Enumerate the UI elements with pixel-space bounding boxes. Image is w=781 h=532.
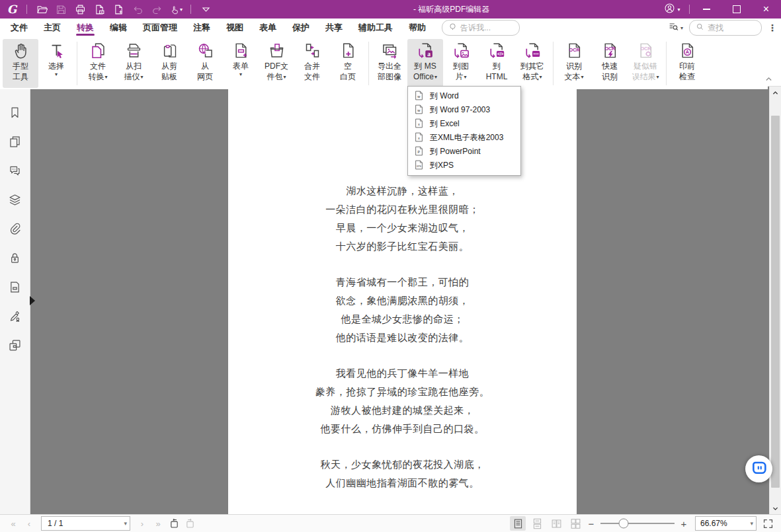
ai-assistant-button[interactable] <box>745 455 772 482</box>
pdf-page[interactable]: 湖水这样沉静，这样蓝，一朵洁白的花闪在秋光里很阴暗；早晨，一个少女来湖边叹气，十… <box>228 88 577 532</box>
facing-view-button[interactable] <box>548 516 564 531</box>
tab-organize[interactable]: 页面管理 <box>135 19 185 37</box>
menu-item-to-word[interactable]: w到 Word <box>408 89 520 103</box>
collapse-ribbon-button[interactable] <box>764 74 773 86</box>
sidebar-panel-attachments-button[interactable] <box>8 222 22 236</box>
from-scanner-button[interactable]: 从扫描仪▾ <box>116 39 151 88</box>
next-view-button[interactable] <box>182 516 198 531</box>
tab-convert[interactable]: 转换 <box>69 19 102 37</box>
open-folder-icon[interactable] <box>35 3 48 16</box>
sidebar-panel-comments-button[interactable] <box>8 164 22 178</box>
tab-view[interactable]: 视图 <box>218 19 251 37</box>
sidebar-panel-bookmarks-button[interactable] <box>8 106 22 120</box>
redo-icon[interactable] <box>150 3 163 16</box>
close-button[interactable]: × <box>751 0 781 19</box>
continuous-facing-view-button[interactable] <box>567 516 583 531</box>
sidebar-panel-form-fields-button[interactable] <box>8 280 22 294</box>
next-page-button[interactable]: › <box>134 519 150 529</box>
to-image-button[interactable]: 到图片▾ <box>443 39 479 88</box>
menu-item-to-excel[interactable]: x到 Excel <box>408 117 520 131</box>
print-icon[interactable] <box>73 3 87 16</box>
to-ms-office-button[interactable]: a到 MSOffice▾ <box>407 39 443 88</box>
find-input[interactable]: 查找 <box>689 20 762 36</box>
scrollbar-thumb[interactable] <box>771 116 780 488</box>
menu-item-to-word-97-2003[interactable]: w到 Word 97-2003 <box>408 103 520 117</box>
previous-page-button[interactable]: ‹ <box>21 519 37 529</box>
advanced-search-button[interactable]: ▾ <box>668 21 683 34</box>
tab-protect[interactable]: 保护 <box>284 19 317 37</box>
minimize-button[interactable] <box>692 0 721 19</box>
sidebar-panel-pages-button[interactable] <box>8 135 22 149</box>
tab-home[interactable]: 主页 <box>36 19 69 37</box>
last-page-button[interactable]: » <box>150 519 166 529</box>
zoom-out-button[interactable]: − <box>587 518 596 529</box>
separator <box>190 5 191 14</box>
undo-icon[interactable] <box>131 3 144 16</box>
sidebar-panel-security-button[interactable] <box>8 251 22 265</box>
tab-comment[interactable]: 注释 <box>185 19 218 37</box>
save-icon[interactable] <box>54 3 67 16</box>
page-number-box[interactable]: 1 / 1 ▾ <box>41 516 130 531</box>
preflight-button[interactable]: A印前检查 <box>669 39 705 88</box>
tab-form[interactable]: 表单 <box>251 19 284 37</box>
zoom-level-box[interactable]: 66.67% ▾ <box>695 516 757 531</box>
scroll-up-button[interactable] <box>770 87 781 98</box>
first-page-button[interactable]: « <box>5 519 21 529</box>
tab-accessibility[interactable]: 辅助工具 <box>350 19 401 37</box>
sidebar-panel-destinations-button[interactable] <box>8 338 22 352</box>
pdf-portfolio-button[interactable]: PDF文件包▾ <box>259 39 294 88</box>
sidebar-panel-layers-button[interactable] <box>8 193 22 207</box>
chevron-down-icon: ▾ <box>680 25 683 31</box>
button-label: 误结果▾ <box>632 71 659 83</box>
more-options-button[interactable]: ⋮ <box>768 22 777 33</box>
customize-toolbar-chevron-icon[interactable] <box>199 3 212 16</box>
select-tool-button[interactable]: 选择▾ <box>38 39 74 88</box>
scroll-down-button[interactable] <box>770 503 781 513</box>
from-web-button[interactable]: 从网页 <box>187 39 223 88</box>
zoom-slider-knob[interactable] <box>618 519 628 529</box>
convert-files-button[interactable]: 文件转换▾ <box>80 39 116 88</box>
hand-pointer-icon[interactable]: ▾ <box>169 3 183 16</box>
vertical-scrollbar[interactable] <box>769 86 781 515</box>
button-label: 识别 <box>602 71 618 82</box>
menu-item-to-xps[interactable]: XPS到XPS <box>408 159 520 172</box>
previous-view-button[interactable] <box>166 516 182 531</box>
account-button[interactable]: ▾ <box>657 0 687 19</box>
menu-item-to-xml-spreadsheet-2003[interactable]: x至XML电子表格2003 <box>408 131 520 145</box>
to-other-button[interactable]: 到其它格式▾ <box>514 39 550 88</box>
fullscreen-button[interactable] <box>760 516 776 531</box>
add-page-icon[interactable] <box>112 3 125 16</box>
tab-file[interactable]: 文件 <box>3 19 36 37</box>
tell-me-search[interactable]: 告诉我... <box>442 20 520 36</box>
button-label: 文件 <box>304 71 320 82</box>
sidebar-panel-signatures-button[interactable] <box>8 309 22 323</box>
combine-files-button[interactable]: 合并文件 <box>294 39 330 88</box>
zoom-in-button[interactable]: + <box>679 518 688 529</box>
from-clipboard-button[interactable]: 从剪贴板 <box>151 39 187 88</box>
button-label: 快速 <box>602 61 618 71</box>
to-ms-office-menu: w到 Wordw到 Word 97-2003x到 Excelx至XML电子表格2… <box>407 86 521 176</box>
zoom-slider[interactable] <box>600 523 675 524</box>
hand-tool-button[interactable]: 手型工具 <box>3 39 38 88</box>
continuous-view-button[interactable] <box>529 516 545 531</box>
blank-page-icon <box>339 40 357 61</box>
button-label: 疑似错 <box>634 61 657 71</box>
document-area[interactable]: 湖水这样沉静，这样蓝，一朵洁白的花闪在秋光里很阴暗；早晨，一个少女来湖边叹气，十… <box>30 86 770 515</box>
ocr-quick-button[interactable]: OCR快速识别 <box>592 39 628 88</box>
tab-edit[interactable]: 编辑 <box>102 19 135 37</box>
blank-page-button[interactable]: 空白页 <box>330 39 366 88</box>
single-page-view-button[interactable] <box>510 516 526 531</box>
ocr-text-button[interactable]: OCR识别文本▾ <box>556 39 592 88</box>
to-html-button[interactable]: </>到HTML <box>479 39 514 88</box>
tab-help[interactable]: 帮助 <box>401 19 434 37</box>
ocr-quick-icon: OCR <box>601 40 619 61</box>
sidebar-expand-handle[interactable] <box>30 296 35 305</box>
tab-share[interactable]: 共享 <box>317 19 350 37</box>
form-button[interactable]: 表单▾ <box>223 39 259 88</box>
delete-page-icon[interactable] <box>93 3 106 16</box>
ai-assistant-icon <box>751 459 768 479</box>
menu-item-to-powerpoint[interactable]: P到 PowerPoint <box>408 145 520 159</box>
maximize-button[interactable] <box>721 0 751 19</box>
poem-line: 游牧人被他封建的城堡关起来， <box>228 401 577 420</box>
export-images-button[interactable]: 导出全部图像 <box>372 39 407 88</box>
